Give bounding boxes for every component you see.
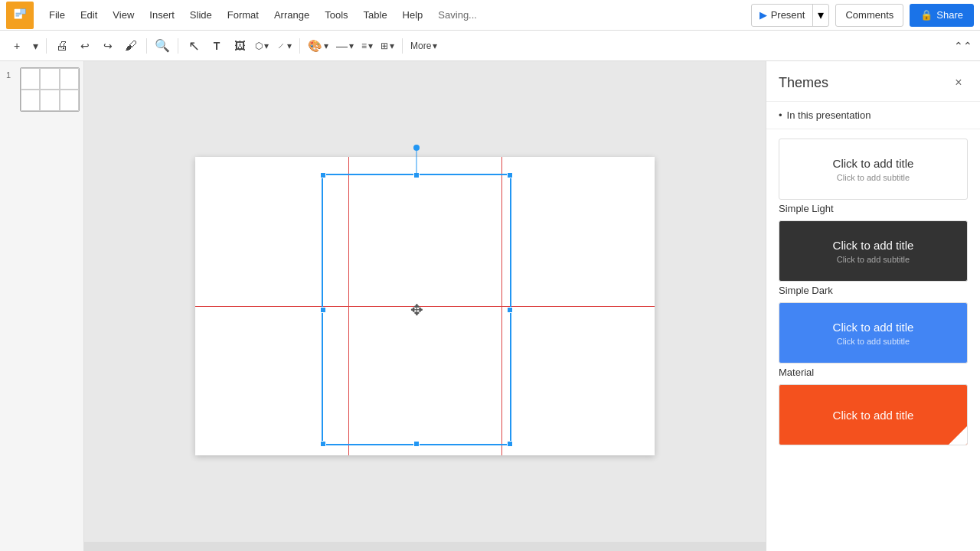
toolbar-zoom[interactable]: 🔍 xyxy=(152,35,173,57)
toolbar-more[interactable]: More ▾ xyxy=(407,39,440,53)
toolbar-paint[interactable]: 🖌 xyxy=(120,35,142,57)
toolbar: + ▾ 🖨 ↩ ↪ 🖌 🔍 ↖ T 🖼 ⬡ ▾ ⟋ ▾ 🎨 ▾ — ▾ ≡ ▾ … xyxy=(0,31,980,61)
thumb-cell-5 xyxy=(40,90,59,111)
toolbar-sep-5 xyxy=(402,38,403,54)
line-color-dropdown-icon: ▾ xyxy=(349,41,354,51)
toolbar-undo[interactable]: ↩ xyxy=(74,35,96,57)
bullet-icon: • xyxy=(779,109,782,121)
menu-view[interactable]: View xyxy=(106,6,140,24)
menu-bar: File Edit View Insert Slide Format Arran… xyxy=(0,0,980,31)
theme-preview-material: Click to add title Click to add subtitle xyxy=(779,302,968,364)
toolbar-sep-2 xyxy=(146,38,147,54)
toolbar-image[interactable]: 🖼 xyxy=(229,35,250,57)
toolbar-sep-3 xyxy=(178,38,178,54)
theme-simple-dark-name: Simple Dark xyxy=(779,285,968,296)
in-this-presentation[interactable]: • In this presentation xyxy=(766,102,980,129)
line-weight-dropdown-icon: ▾ xyxy=(368,41,373,51)
thumb-cell-2 xyxy=(40,68,59,90)
handle-top-right[interactable] xyxy=(507,172,513,178)
canvas-area[interactable]: ✥ xyxy=(84,61,766,551)
present-button[interactable]: ▶ Present ▾ xyxy=(751,4,830,27)
present-label: Present xyxy=(771,9,805,21)
menu-table[interactable]: Table xyxy=(358,6,394,24)
shapes-dropdown-icon: ▾ xyxy=(264,41,269,51)
slide-canvas[interactable]: ✥ xyxy=(195,157,655,455)
grid-line-vertical-2 xyxy=(501,157,502,455)
toolbar-print[interactable]: 🖨 xyxy=(51,35,73,57)
rotation-handle[interactable] xyxy=(413,145,420,151)
selection-box: ✥ xyxy=(322,174,511,445)
in-presentation-label: In this presentation xyxy=(787,109,871,121)
theme-item-simple-light[interactable]: Click to add title Click to add subtitle… xyxy=(779,139,968,214)
thumb-cell-4 xyxy=(21,90,40,111)
theme-item-simple-dark[interactable]: Click to add title Click to add subtitle… xyxy=(779,220,968,296)
menu-insert[interactable]: Insert xyxy=(143,6,181,24)
handle-bot-right[interactable] xyxy=(507,441,513,447)
slide-thumb-container-1: 1 xyxy=(6,67,77,112)
fill-dropdown-icon: ▾ xyxy=(324,41,328,51)
themes-header: Themes × xyxy=(766,61,980,102)
theme-item-orange[interactable]: Click to add title xyxy=(779,384,968,448)
saving-status: Saving... xyxy=(438,9,477,21)
comments-label: Comments xyxy=(845,9,893,21)
toolbar-line-dash[interactable]: ⊞ ▾ xyxy=(377,39,397,53)
toolbar-lines[interactable]: ⟋ ▾ xyxy=(273,39,295,53)
line-icon: ⟋ xyxy=(276,41,286,51)
theme-simple-dark-title: Click to add title xyxy=(833,239,914,252)
chevron-down-icon: ▾ xyxy=(818,8,824,22)
theme-simple-light-sub: Click to add subtitle xyxy=(837,173,910,182)
handle-mid-right[interactable] xyxy=(507,307,513,313)
share-button[interactable]: 🔒 Share xyxy=(910,4,974,27)
themes-title: Themes xyxy=(779,75,828,91)
comments-button[interactable]: Comments xyxy=(835,4,903,27)
toolbar-add-dropdown[interactable]: ▾ xyxy=(29,35,41,57)
toolbar-add[interactable]: + xyxy=(6,35,28,57)
menu-arrange[interactable]: Arrange xyxy=(268,6,315,24)
shapes-icon: ⬡ xyxy=(255,41,263,51)
lines-dropdown-icon: ▾ xyxy=(287,41,292,51)
menu-slide[interactable]: Slide xyxy=(184,6,218,24)
toolbar-collapse[interactable]: ⌃⌃ xyxy=(952,35,974,57)
horizontal-scrollbar[interactable] xyxy=(84,542,766,551)
present-main[interactable]: ▶ Present xyxy=(752,5,813,26)
menu-file[interactable]: File xyxy=(43,6,71,24)
thumb-cell-3 xyxy=(60,68,79,90)
line-weight-icon: ≡ xyxy=(361,41,367,51)
toolbar-select[interactable]: ↖ xyxy=(183,35,204,57)
themes-list: Click to add title Click to add subtitle… xyxy=(766,129,980,458)
fill-icon: 🎨 xyxy=(308,39,322,53)
toolbar-redo[interactable]: ↪ xyxy=(97,35,119,57)
toolbar-line-weight[interactable]: ≡ ▾ xyxy=(358,39,376,53)
menu-tools[interactable]: Tools xyxy=(318,6,354,24)
slide-thumbnail-1[interactable] xyxy=(20,67,80,112)
handle-bot-mid[interactable] xyxy=(413,441,420,447)
menu-edit[interactable]: Edit xyxy=(74,6,103,24)
line-color-icon: — xyxy=(336,39,348,52)
theme-preview-simple-dark: Click to add title Click to add subtitle xyxy=(779,220,968,282)
handle-top-mid[interactable] xyxy=(413,172,420,178)
menu-help[interactable]: Help xyxy=(397,6,430,24)
menu-format[interactable]: Format xyxy=(221,6,265,24)
app-logo[interactable] xyxy=(6,2,34,29)
themes-close-button[interactable]: × xyxy=(949,73,968,92)
toolbar-line-color[interactable]: — ▾ xyxy=(333,37,357,54)
slide-number-1: 1 xyxy=(6,70,17,80)
collapse-icon: ⌃⌃ xyxy=(954,40,972,52)
grid-line-horizontal xyxy=(195,306,655,307)
grid-line-vertical-1 xyxy=(348,157,349,455)
line-dash-icon: ⊞ xyxy=(381,41,388,51)
present-dropdown[interactable]: ▾ xyxy=(812,5,828,26)
main-area: 1 xyxy=(0,61,980,551)
toolbar-shapes[interactable]: ⬡ ▾ xyxy=(252,39,272,53)
svg-rect-1 xyxy=(21,8,25,13)
theme-preview-simple-light: Click to add title Click to add subtitle xyxy=(779,139,968,200)
theme-item-material[interactable]: Click to add title Click to add subtitle… xyxy=(779,302,968,378)
toolbar-text[interactable]: T xyxy=(206,35,227,57)
toolbar-fill-color[interactable]: 🎨 ▾ xyxy=(305,37,332,54)
handle-top-left[interactable] xyxy=(320,172,326,178)
top-bar-right: ▶ Present ▾ Comments 🔒 Share xyxy=(751,4,974,27)
lock-icon: 🔒 xyxy=(920,9,933,21)
handle-bot-left[interactable] xyxy=(320,441,326,447)
present-icon: ▶ xyxy=(760,9,767,21)
handle-mid-left[interactable] xyxy=(320,307,326,313)
